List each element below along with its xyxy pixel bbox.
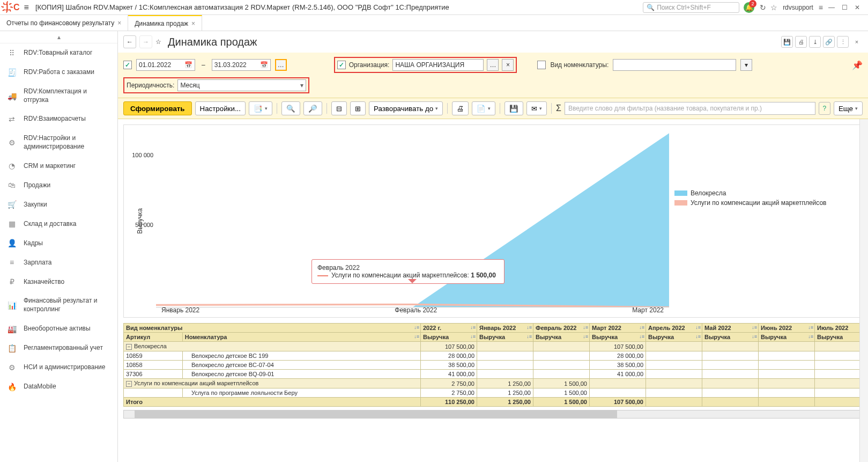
table-cell[interactable]: 1 500,00 bbox=[533, 398, 590, 407]
sidebar-item-10[interactable]: ≡Зарплата bbox=[0, 253, 117, 272]
table-cell[interactable] bbox=[702, 388, 759, 398]
col-article[interactable]: Артикул bbox=[124, 333, 183, 342]
nomen-dropdown[interactable]: ▾ bbox=[740, 59, 752, 71]
sidebar-item-3[interactable]: ⇄RDV:Взаиморасчеты bbox=[0, 109, 117, 129]
col-header[interactable]: Январь 2022↓≡ bbox=[477, 324, 533, 333]
mail-button[interactable]: ✉ ▾ bbox=[526, 101, 547, 115]
table-cell[interactable]: −Велокресла bbox=[124, 342, 421, 351]
col-header[interactable]: Вид номенклатуры↓≡ bbox=[124, 324, 421, 333]
pin-icon[interactable]: 📌 bbox=[852, 60, 863, 70]
org-select-button[interactable]: … bbox=[487, 59, 499, 71]
table-cell[interactable]: 1 250,00 bbox=[477, 398, 533, 407]
table-cell[interactable] bbox=[477, 361, 533, 370]
date-to-input[interactable]: 31.03.2022📅 bbox=[212, 59, 271, 71]
col-header[interactable]: Апрель 2022↓≡ bbox=[646, 324, 702, 333]
variants-button[interactable]: 📑 ▾ bbox=[249, 101, 272, 115]
window-close[interactable]: ✕ bbox=[851, 4, 864, 11]
table-cell[interactable]: 28 000,00 bbox=[421, 351, 477, 361]
table-cell[interactable]: 1 250,00 bbox=[477, 379, 533, 388]
table-cell[interactable] bbox=[477, 370, 533, 379]
col-header[interactable]: Март 2022↓≡ bbox=[590, 324, 646, 333]
table-cell[interactable]: 10859 bbox=[124, 351, 183, 361]
table-cell[interactable] bbox=[646, 361, 702, 370]
collapse-groups-button[interactable]: ⊟ bbox=[331, 101, 347, 115]
period-select[interactable]: Месяц▾ bbox=[177, 79, 306, 91]
favorite-icon[interactable]: ☆ bbox=[770, 3, 777, 12]
table-cell[interactable] bbox=[759, 388, 815, 398]
table-cell[interactable] bbox=[759, 370, 815, 379]
table-cell[interactable]: 41 000,00 bbox=[590, 370, 646, 379]
date-picker-button[interactable]: … bbox=[275, 59, 287, 71]
table-cell[interactable] bbox=[533, 370, 590, 379]
sidebar-item-9[interactable]: 👤Кадры bbox=[0, 233, 117, 253]
table-cell[interactable]: 38 500,00 bbox=[421, 361, 477, 370]
table-cell[interactable]: Велокресло детское BC-07-04 bbox=[182, 361, 420, 370]
more-menu-icon[interactable]: ⋮ bbox=[837, 36, 849, 48]
col-metric[interactable]: Выручка↓≡ bbox=[702, 333, 759, 342]
sidebar-item-12[interactable]: 📊Финансовый результат и контроллинг bbox=[0, 291, 117, 319]
sidebar-item-5[interactable]: ◔CRM и маркетинг bbox=[0, 156, 117, 175]
table-cell[interactable] bbox=[702, 379, 759, 388]
text-filter-input[interactable]: Введите слово для фильтра (название това… bbox=[565, 102, 815, 115]
table-cell[interactable] bbox=[759, 351, 815, 361]
table-cell[interactable]: 2 750,00 bbox=[421, 379, 477, 388]
table-cell[interactable] bbox=[533, 351, 590, 361]
link-icon[interactable]: 🔗 bbox=[823, 36, 835, 48]
col-metric[interactable]: Выручка↓≡ bbox=[477, 333, 533, 342]
expand-to-button[interactable]: Разворачивать до ▾ bbox=[369, 101, 443, 115]
table-cell[interactable]: Итого bbox=[124, 398, 421, 407]
save-icon[interactable]: 💾 bbox=[781, 36, 793, 48]
sidebar-item-7[interactable]: 🛒Закупки bbox=[0, 195, 117, 214]
date-from-input[interactable]: 01.01.2022📅 bbox=[136, 59, 195, 71]
col-metric[interactable]: Выручка↓≡ bbox=[759, 333, 815, 342]
table-cell[interactable] bbox=[533, 361, 590, 370]
sidebar-item-13[interactable]: 🏭Внеоборотные активы bbox=[0, 319, 117, 339]
sidebar-item-8[interactable]: ▦Склад и доставка bbox=[0, 214, 117, 233]
close-page-icon[interactable]: × bbox=[851, 36, 863, 48]
tab-sales-dynamics[interactable]: Динамика продаж × bbox=[128, 15, 202, 31]
table-cell[interactable] bbox=[590, 388, 646, 398]
sidebar-item-0[interactable]: ⠿RDV:Товарный каталог bbox=[0, 43, 117, 63]
col-header[interactable]: Февраль 2022↓≡ bbox=[533, 324, 590, 333]
org-enabled-checkbox[interactable]: ✓ bbox=[337, 61, 346, 69]
expand-groups-button[interactable]: ⊞ bbox=[350, 101, 366, 115]
form-report-button[interactable]: Сформировать bbox=[123, 101, 192, 115]
calendar-icon[interactable]: 📅 bbox=[260, 61, 268, 69]
window-maximize[interactable]: ☐ bbox=[838, 4, 851, 11]
table-cell[interactable] bbox=[646, 351, 702, 361]
table-cell[interactable]: Велокресло детское BQ-09-01 bbox=[182, 370, 420, 379]
col-metric[interactable]: Выручка↓≡ bbox=[646, 333, 702, 342]
close-icon[interactable]: × bbox=[191, 20, 195, 27]
col-metric[interactable]: Выручка↓≡ bbox=[421, 333, 477, 342]
close-icon[interactable]: × bbox=[117, 19, 121, 27]
sidebar-item-4[interactable]: ⚙RDV:Настройки и администрирование bbox=[0, 129, 117, 156]
window-minimize[interactable]: — bbox=[825, 4, 838, 11]
table-cell[interactable] bbox=[477, 351, 533, 361]
tab-financial-reports[interactable]: Отчеты по финансовому результату × bbox=[0, 15, 128, 31]
nomen-input[interactable] bbox=[613, 59, 736, 71]
sidebar-item-14[interactable]: 📋Регламентированный учет bbox=[0, 339, 117, 358]
table-cell[interactable] bbox=[646, 370, 702, 379]
nav-back[interactable]: ← bbox=[123, 35, 136, 48]
sigma-icon[interactable]: Σ bbox=[556, 104, 561, 113]
star-icon[interactable]: ☆ bbox=[155, 38, 161, 46]
user-menu-icon[interactable]: ≡ bbox=[819, 3, 823, 12]
table-cell[interactable]: 37306 bbox=[124, 370, 183, 379]
print-button[interactable]: 🖨 bbox=[452, 101, 469, 115]
table-cell[interactable]: 1 250,00 bbox=[477, 388, 533, 398]
table-cell[interactable] bbox=[759, 361, 815, 370]
sidebar-item-15[interactable]: ⚙НСИ и администрирование bbox=[0, 358, 117, 377]
print-settings-button[interactable]: 📄 ▾ bbox=[472, 101, 495, 115]
nomen-enabled-checkbox[interactable]: ✓ bbox=[537, 61, 546, 69]
table-cell[interactable] bbox=[646, 388, 702, 398]
table-cell[interactable]: Велокресло детское BC 199 bbox=[182, 351, 420, 361]
horizontal-scrollbar[interactable] bbox=[123, 410, 863, 419]
org-input[interactable]: НАША ОРГАНИЗАЦИЯ bbox=[392, 59, 484, 71]
date-enabled-checkbox[interactable]: ✓ bbox=[123, 61, 132, 69]
table-cell[interactable] bbox=[702, 361, 759, 370]
sidebar-item-16[interactable]: 🔥DataMobile bbox=[0, 377, 117, 397]
vertical-scrollbar[interactable] bbox=[859, 119, 868, 462]
table-cell[interactable]: 1 500,00 bbox=[533, 388, 590, 398]
save-report-button[interactable]: 💾 bbox=[505, 101, 523, 115]
history-icon[interactable]: ↻ bbox=[760, 3, 766, 12]
